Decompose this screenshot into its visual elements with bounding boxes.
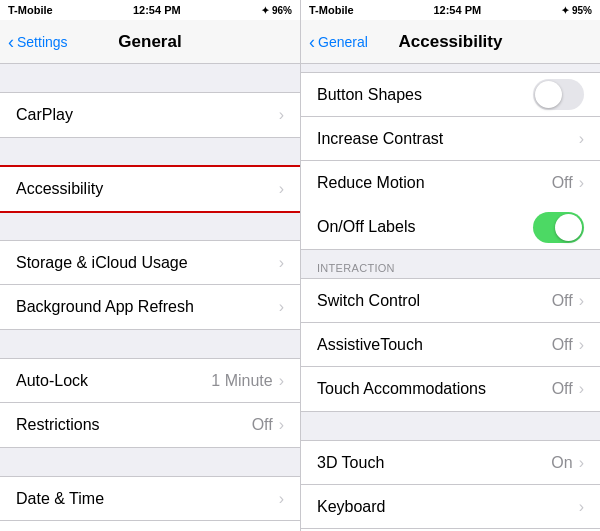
right-chevron-assistivetouch: › bbox=[579, 336, 584, 354]
left-back-label: Settings bbox=[17, 34, 68, 50]
right-row-switch-control[interactable]: Switch Control Off › bbox=[301, 279, 600, 323]
right-nav-title: Accessibility bbox=[399, 32, 503, 52]
right-toggle-button-shapes[interactable] bbox=[533, 79, 584, 110]
right-chevron-3dtouch: › bbox=[579, 454, 584, 472]
left-chevron-autolock: › bbox=[279, 372, 284, 390]
right-value-touch-accom: Off bbox=[552, 380, 573, 398]
right-chevron-switch-control: › bbox=[579, 292, 584, 310]
right-label-keyboard: Keyboard bbox=[317, 498, 579, 516]
right-settings-list: Button Shapes Increase Contrast › Reduce… bbox=[301, 64, 600, 531]
right-value-3dtouch: On bbox=[551, 454, 572, 472]
left-row-keyboard[interactable]: Keyboard › bbox=[0, 521, 300, 531]
right-label-switch-control: Switch Control bbox=[317, 292, 552, 310]
left-gap-4 bbox=[0, 330, 300, 358]
left-label-autolock: Auto-Lock bbox=[16, 372, 211, 390]
right-row-keyboard[interactable]: Keyboard › bbox=[301, 485, 600, 529]
right-row-assistivetouch[interactable]: AssistiveTouch Off › bbox=[301, 323, 600, 367]
left-time: 12:54 PM bbox=[133, 4, 181, 16]
left-label-storage: Storage & iCloud Usage bbox=[16, 254, 279, 272]
left-label-date: Date & Time bbox=[16, 490, 279, 508]
right-row-3dtouch[interactable]: 3D Touch On › bbox=[301, 441, 600, 485]
left-battery: 96% bbox=[272, 5, 292, 16]
left-row-accessibility[interactable]: Accessibility › bbox=[0, 167, 300, 211]
right-row-onoff-labels[interactable]: On/Off Labels bbox=[301, 205, 600, 249]
right-bluetooth-icon: ✦ bbox=[561, 5, 569, 16]
left-chevron-restrictions: › bbox=[279, 416, 284, 434]
left-chevron-background: › bbox=[279, 298, 284, 316]
left-row-date[interactable]: Date & Time › bbox=[0, 477, 300, 521]
right-nav-bar: ‹ General Accessibility bbox=[301, 20, 600, 64]
left-settings-list: CarPlay › Accessibility › Storage & iClo… bbox=[0, 64, 300, 531]
right-chevron-reduce-motion: › bbox=[579, 174, 584, 192]
right-label-3dtouch: 3D Touch bbox=[317, 454, 551, 472]
right-label-assistivetouch: AssistiveTouch bbox=[317, 336, 552, 354]
right-value-reduce-motion: Off bbox=[552, 174, 573, 192]
right-battery-area: ✦ 95% bbox=[561, 5, 592, 16]
left-carrier: T-Mobile bbox=[8, 4, 53, 16]
left-label-restrictions: Restrictions bbox=[16, 416, 252, 434]
left-group-autolock: Auto-Lock 1 Minute › Restrictions Off › bbox=[0, 358, 300, 448]
right-label-touch-accom: Touch Accommodations bbox=[317, 380, 552, 398]
left-battery-area: ✦ 96% bbox=[261, 5, 292, 16]
right-label-onoff-labels: On/Off Labels bbox=[317, 218, 533, 236]
left-label-background: Background App Refresh bbox=[16, 298, 279, 316]
right-highlight-group: Increase Contrast › Reduce Motion Off › bbox=[301, 117, 600, 205]
right-value-switch-control: Off bbox=[552, 292, 573, 310]
left-nav-title: General bbox=[118, 32, 181, 52]
right-value-assistivetouch: Off bbox=[552, 336, 573, 354]
right-group-interaction: Switch Control Off › AssistiveTouch Off … bbox=[301, 278, 600, 412]
left-chevron-carplay: › bbox=[279, 106, 284, 124]
left-row-autolock[interactable]: Auto-Lock 1 Minute › bbox=[0, 359, 300, 403]
right-row-reduce-motion[interactable]: Reduce Motion Off › bbox=[301, 161, 600, 205]
left-panel: T-Mobile 12:54 PM ✦ 96% ‹ Settings Gener… bbox=[0, 0, 300, 531]
right-section-header-interaction: INTERACTION bbox=[301, 250, 600, 278]
left-gap-5 bbox=[0, 448, 300, 476]
right-group-vision: Button Shapes Increase Contrast › Reduce… bbox=[301, 72, 600, 250]
left-group-date: Date & Time › Keyboard › Language & Regi… bbox=[0, 476, 300, 531]
right-status-bar: T-Mobile 12:54 PM ✦ 95% bbox=[301, 0, 600, 20]
right-toggle-onoff-labels[interactable] bbox=[533, 212, 584, 243]
right-back-chevron: ‹ bbox=[309, 33, 315, 51]
right-chevron-touch-accom: › bbox=[579, 380, 584, 398]
left-group-carplay: CarPlay › bbox=[0, 92, 300, 138]
right-gap-top bbox=[301, 64, 600, 72]
left-label-accessibility: Accessibility bbox=[16, 180, 279, 198]
left-value-autolock: 1 Minute bbox=[211, 372, 272, 390]
left-row-restrictions[interactable]: Restrictions Off › bbox=[0, 403, 300, 447]
left-nav-bar: ‹ Settings General bbox=[0, 20, 300, 64]
left-gap-3 bbox=[0, 212, 300, 240]
right-row-button-shapes[interactable]: Button Shapes bbox=[301, 73, 600, 117]
left-row-storage[interactable]: Storage & iCloud Usage › bbox=[0, 241, 300, 285]
right-label-increase-contrast: Increase Contrast bbox=[317, 130, 579, 148]
left-value-restrictions: Off bbox=[252, 416, 273, 434]
right-group-more: 3D Touch On › Keyboard › Shake to Undo O… bbox=[301, 440, 600, 531]
left-chevron-date: › bbox=[279, 490, 284, 508]
left-back-chevron: ‹ bbox=[8, 33, 14, 51]
right-back-button[interactable]: ‹ General bbox=[309, 33, 368, 51]
left-label-carplay: CarPlay bbox=[16, 106, 279, 124]
right-battery: 95% bbox=[572, 5, 592, 16]
left-chevron-storage: › bbox=[279, 254, 284, 272]
left-chevron-accessibility: › bbox=[279, 180, 284, 198]
right-row-increase-contrast[interactable]: Increase Contrast › bbox=[301, 117, 600, 161]
right-back-label: General bbox=[318, 34, 368, 50]
right-gap-2 bbox=[301, 412, 600, 440]
right-chevron-keyboard: › bbox=[579, 498, 584, 516]
right-carrier: T-Mobile bbox=[309, 4, 354, 16]
left-gap-1 bbox=[0, 64, 300, 92]
left-bluetooth-icon: ✦ bbox=[261, 5, 269, 16]
right-label-reduce-motion: Reduce Motion bbox=[317, 174, 552, 192]
right-time: 12:54 PM bbox=[433, 4, 481, 16]
right-label-button-shapes: Button Shapes bbox=[317, 86, 533, 104]
left-gap-2 bbox=[0, 138, 300, 166]
right-chevron-increase-contrast: › bbox=[579, 130, 584, 148]
left-back-button[interactable]: ‹ Settings bbox=[8, 33, 68, 51]
left-status-bar: T-Mobile 12:54 PM ✦ 96% bbox=[0, 0, 300, 20]
left-row-background[interactable]: Background App Refresh › bbox=[0, 285, 300, 329]
right-panel: T-Mobile 12:54 PM ✦ 95% ‹ General Access… bbox=[300, 0, 600, 531]
left-group-storage: Storage & iCloud Usage › Background App … bbox=[0, 240, 300, 330]
left-group-accessibility: Accessibility › bbox=[0, 166, 300, 212]
left-row-carplay[interactable]: CarPlay › bbox=[0, 93, 300, 137]
right-row-touch-accom[interactable]: Touch Accommodations Off › bbox=[301, 367, 600, 411]
